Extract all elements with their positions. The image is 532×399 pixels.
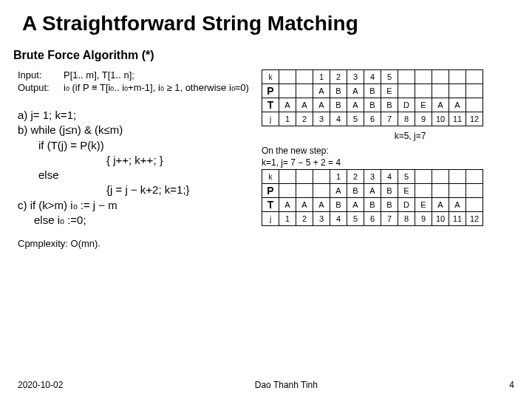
input-label: Input: — [18, 69, 55, 81]
step-b-else: else — [18, 168, 251, 183]
trace-table-2: k 12345 P ABABE T AAABABBDEAA j 12345678… — [262, 169, 483, 226]
p-label: P — [262, 184, 279, 198]
step-b-then: { j++; k++; } — [18, 153, 251, 168]
table-row: k 12345 — [262, 170, 483, 184]
step-note-1: On the new step: — [262, 146, 514, 156]
subtitle: Brute Force Algorithm (*) — [13, 49, 514, 62]
step-b: b) while (j≤n) & (k≤m) — [18, 123, 251, 137]
k-label: k — [262, 70, 279, 84]
step-b-else-body: {j = j − k+2; k=1;} — [18, 183, 251, 197]
slide-title: A Straightforward String Matching — [22, 12, 514, 35]
trace-table-1: k 12345 P ABABE T AAABABBDEAA j 12345678… — [262, 69, 483, 126]
complexity: Cpmplexity: O(mn). — [18, 238, 251, 249]
footer: 2020-10-02 Dao Thanh Tinh 4 — [18, 380, 514, 390]
table-row: k 12345 — [262, 70, 483, 84]
input-value: P[1.. m], T[1.. n]; — [64, 69, 134, 81]
right-column: k 12345 P ABABE T AAABABBDEAA j 12345678… — [262, 69, 514, 249]
table-row: P ABABE — [262, 184, 483, 198]
step-b-if: if (T(j) = P(k)) — [18, 138, 251, 153]
output-value: i₀ (if P ≡ T[i₀.. i₀+m-1], i₀ ≥ 1, other… — [64, 82, 249, 93]
j-label: j — [262, 112, 279, 126]
footer-date: 2020-10-02 — [18, 380, 63, 390]
footer-author: Dao Thanh Tinh — [255, 380, 318, 390]
t-label: T — [262, 98, 279, 112]
mid-note: k=5, j=7 — [262, 131, 514, 141]
table-row: j 123456789101112 — [262, 112, 483, 126]
table-row: T AAABABBDEAA — [262, 198, 483, 212]
step-c: c) if (k>m) i₀ := j − m — [18, 198, 251, 213]
j-label: j — [262, 212, 279, 226]
step-a: a) j= 1; k=1; — [18, 108, 251, 123]
footer-page: 4 — [509, 380, 514, 390]
output-row: Output: i₀ (if P ≡ T[i₀.. i₀+m-1], i₀ ≥ … — [18, 82, 251, 93]
algorithm-steps: a) j= 1; k=1; b) while (j≤n) & (k≤m) if … — [18, 108, 251, 228]
step-note-2: k=1, j= 7 − 5 + 2 = 4 — [262, 157, 514, 168]
table-row: P ABABE — [262, 84, 483, 98]
k-label: k — [262, 170, 279, 184]
table-row: j 123456789101112 — [262, 212, 483, 226]
p-label: P — [262, 84, 279, 98]
t-label: T — [262, 198, 279, 212]
output-label: Output: — [18, 82, 55, 93]
content-columns: Input: P[1.. m], T[1.. n]; Output: i₀ (i… — [18, 69, 514, 249]
slide: A Straightforward String Matching Brute … — [0, 0, 532, 399]
table-row: T AAABABBDEAA — [262, 98, 483, 112]
step-c-else: else i₀ :=0; — [18, 213, 251, 228]
left-column: Input: P[1.. m], T[1.. n]; Output: i₀ (i… — [18, 69, 251, 249]
input-row: Input: P[1.. m], T[1.. n]; — [18, 69, 251, 81]
